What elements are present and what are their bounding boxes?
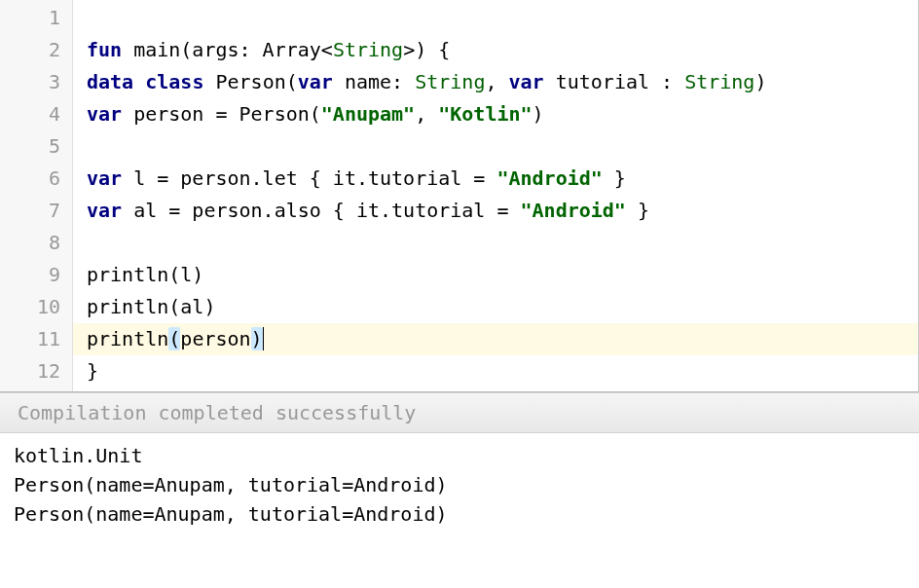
line-number: 9: [0, 259, 60, 291]
code-token: ): [251, 327, 263, 350]
code-token: var: [509, 70, 544, 93]
code-token: class: [145, 70, 203, 93]
code-token: ): [754, 70, 766, 93]
code-token: println(al): [87, 295, 215, 318]
code-token: "Android": [496, 166, 602, 190]
code-token: "Android": [521, 199, 626, 222]
code-token: (: [168, 327, 180, 350]
code-line[interactable]: [87, 130, 918, 163]
code-token: String: [333, 38, 403, 61]
status-bar: Compilation completed successfully: [0, 392, 919, 433]
line-number: 7: [0, 195, 60, 227]
code-line[interactable]: var al = person.also { it.tutorial = "An…: [87, 195, 918, 227]
code-token: [133, 70, 145, 93]
code-token: var: [87, 102, 122, 126]
code-line[interactable]: [87, 2, 918, 34]
line-number: 1: [0, 2, 60, 34]
code-token: "Kotlin": [438, 102, 532, 126]
status-message: Compilation completed successfully: [18, 401, 416, 424]
code-line[interactable]: println(l): [87, 259, 918, 291]
code-token: println: [87, 327, 168, 350]
line-number: 12: [0, 355, 60, 387]
code-token: var: [87, 166, 122, 190]
code-editor[interactable]: 123456789101112 fun main(args: Array<Str…: [0, 0, 919, 391]
code-line[interactable]: println(al): [87, 291, 918, 323]
code-token: person = Person(: [122, 102, 321, 126]
code-token: var: [298, 70, 333, 93]
caret: [263, 327, 264, 350]
line-number-gutter: 123456789101112: [0, 0, 73, 391]
output-line: Person(name=Anupam, tutorial=Android): [14, 499, 905, 529]
line-number: 2: [0, 34, 60, 66]
code-token: >) {: [403, 38, 450, 61]
code-token: data: [87, 70, 133, 93]
code-token: al = person.also { it.tutorial =: [122, 199, 520, 222]
code-token: main(args: Array<: [122, 38, 333, 61]
code-token: ): [533, 102, 544, 126]
code-line[interactable]: }: [87, 355, 918, 387]
code-token: String: [415, 70, 485, 93]
line-number: 5: [0, 130, 60, 163]
line-number: 4: [0, 98, 60, 130]
code-token: String: [684, 70, 754, 93]
code-line[interactable]: [87, 227, 918, 259]
code-token: ,: [415, 102, 438, 126]
code-token: }: [87, 359, 98, 383]
code-token: }: [626, 199, 649, 222]
code-line[interactable]: data class Person(var name: String, var …: [87, 66, 918, 98]
code-token: "Anupam": [321, 102, 415, 126]
code-line[interactable]: fun main(args: Array<String>) {: [87, 34, 918, 66]
code-token: var: [87, 199, 122, 222]
output-panel: kotlin.UnitPerson(name=Anupam, tutorial=…: [0, 433, 919, 536]
code-token: fun: [87, 38, 122, 61]
code-token: person: [180, 327, 250, 350]
code-token: Person(: [203, 70, 297, 93]
line-number: 6: [0, 163, 60, 195]
line-number: 8: [0, 227, 60, 259]
line-number: 11: [0, 323, 60, 355]
output-line: Person(name=Anupam, tutorial=Android): [14, 470, 905, 499]
line-number: 3: [0, 66, 60, 98]
code-line[interactable]: println(person): [73, 323, 918, 355]
output-line: kotlin.Unit: [14, 441, 905, 470]
code-area[interactable]: fun main(args: Array<String>) {data clas…: [73, 0, 918, 391]
code-token: println(l): [87, 263, 203, 286]
code-token: tutorial :: [544, 70, 685, 93]
code-token: }: [603, 166, 626, 190]
code-line[interactable]: var person = Person("Anupam", "Kotlin"): [87, 98, 918, 130]
code-token: name:: [333, 70, 415, 93]
code-line[interactable]: var l = person.let { it.tutorial = "Andr…: [87, 163, 918, 195]
line-number: 10: [0, 291, 60, 323]
code-token: ,: [485, 70, 508, 93]
code-token: l = person.let { it.tutorial =: [122, 166, 496, 190]
